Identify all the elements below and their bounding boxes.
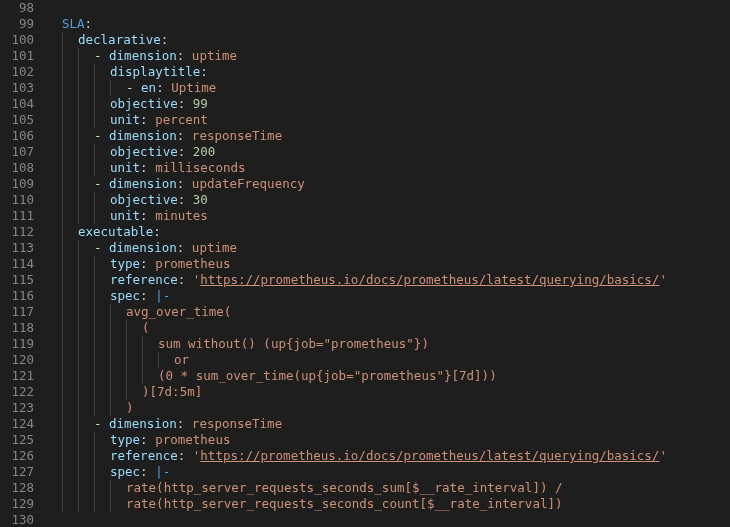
line-number: 112 (0, 224, 34, 240)
code-line[interactable]: avg_over_time( (46, 304, 730, 320)
code-token: dimension (109, 176, 177, 192)
line-number: 105 (0, 112, 34, 128)
code-line[interactable]: declarative: (46, 32, 730, 48)
code-line[interactable]: unit: percent (46, 112, 730, 128)
line-number: 103 (0, 80, 34, 96)
code-line[interactable]: rate(http_server_requests_seconds_sum[$_… (46, 480, 730, 496)
code-token: : (177, 128, 192, 144)
code-line[interactable]: reference: 'https://prometheus.io/docs/p… (46, 272, 730, 288)
code-token: prometheus (155, 432, 230, 448)
code-token: declarative (78, 32, 161, 48)
code-token: : (177, 48, 192, 64)
code-line[interactable]: - dimension: responseTime (46, 128, 730, 144)
code-token: ' (659, 272, 667, 288)
code-line[interactable]: type: prometheus (46, 256, 730, 272)
code-token: : (140, 112, 155, 128)
code-area[interactable]: SLA: declarative: - dimension: uptime di… (42, 0, 730, 527)
code-token: : (178, 96, 193, 112)
line-number: 110 (0, 192, 34, 208)
code-token: : (140, 160, 155, 176)
line-number: 111 (0, 208, 34, 224)
code-line[interactable]: objective: 200 (46, 144, 730, 160)
code-token: : (161, 32, 169, 48)
code-token: objective (110, 192, 178, 208)
line-number: 120 (0, 352, 34, 368)
code-line[interactable]: - dimension: updateFrequency (46, 176, 730, 192)
code-line[interactable]: executable: (46, 224, 730, 240)
code-token: (0 * sum_over_time(up{job="prometheus"}[… (158, 368, 497, 384)
code-line[interactable]: (0 * sum_over_time(up{job="prometheus"}[… (46, 368, 730, 384)
code-line[interactable]: objective: 30 (46, 192, 730, 208)
code-token: - (94, 240, 109, 256)
line-number: 121 (0, 368, 34, 384)
code-line[interactable]: or (46, 352, 730, 368)
code-token: 99 (193, 96, 208, 112)
line-number: 128 (0, 480, 34, 496)
code-token: 30 (193, 192, 208, 208)
code-editor[interactable]: 9899100101102103104105106107108109110111… (0, 0, 730, 527)
code-token: rate(http_server_requests_seconds_sum[$_… (126, 480, 563, 496)
line-number: 122 (0, 384, 34, 400)
code-token: - (94, 128, 109, 144)
code-line[interactable]: sum without() (up{job="prometheus"}) (46, 336, 730, 352)
code-line[interactable]: unit: milliseconds (46, 160, 730, 176)
line-number: 101 (0, 48, 34, 64)
code-token: milliseconds (155, 160, 245, 176)
code-line[interactable]: reference: 'https://prometheus.io/docs/p… (46, 448, 730, 464)
code-token: - (94, 176, 109, 192)
code-line[interactable]: )[7d:5m] (46, 384, 730, 400)
code-line[interactable]: displaytitle: (46, 64, 730, 80)
line-number: 116 (0, 288, 34, 304)
line-number: 118 (0, 320, 34, 336)
code-line[interactable] (46, 0, 730, 16)
code-token: : (178, 448, 193, 464)
code-line[interactable]: SLA: (46, 16, 730, 32)
code-token: : (140, 208, 155, 224)
code-token: : (178, 144, 193, 160)
line-number-gutter: 9899100101102103104105106107108109110111… (0, 0, 42, 527)
code-line[interactable]: - dimension: responseTime (46, 416, 730, 432)
code-token: avg_over_time( (126, 304, 231, 320)
code-line[interactable]: - dimension: uptime (46, 240, 730, 256)
code-token: - (94, 416, 109, 432)
code-token: - (126, 80, 141, 96)
code-token: SLA (62, 16, 85, 32)
code-line[interactable]: - en: Uptime (46, 80, 730, 96)
code-token: type (110, 432, 140, 448)
code-token: : (140, 288, 155, 304)
code-token: updateFrequency (192, 176, 305, 192)
line-number: 99 (0, 16, 34, 32)
code-token: unit (110, 112, 140, 128)
line-number: 102 (0, 64, 34, 80)
code-token: rate(http_server_requests_seconds_count[… (126, 496, 563, 512)
code-line[interactable]: unit: minutes (46, 208, 730, 224)
code-line[interactable]: rate(http_server_requests_seconds_count[… (46, 496, 730, 512)
code-token: dimension (109, 240, 177, 256)
code-token: or (174, 352, 189, 368)
code-token: |- (155, 288, 170, 304)
code-token: reference (110, 272, 178, 288)
line-number: 129 (0, 496, 34, 512)
line-number: 117 (0, 304, 34, 320)
code-line[interactable]: spec: |- (46, 288, 730, 304)
line-number: 100 (0, 32, 34, 48)
code-token: : (178, 192, 193, 208)
line-number: 126 (0, 448, 34, 464)
code-line[interactable]: spec: |- (46, 464, 730, 480)
code-line[interactable]: type: prometheus (46, 432, 730, 448)
code-line[interactable] (46, 512, 730, 527)
code-token: : (85, 16, 93, 32)
code-line[interactable]: objective: 99 (46, 96, 730, 112)
code-line[interactable]: ) (46, 400, 730, 416)
line-number: 119 (0, 336, 34, 352)
code-token: : (156, 80, 171, 96)
code-token: spec (110, 464, 140, 480)
line-number: 127 (0, 464, 34, 480)
code-token: : (140, 464, 155, 480)
code-line[interactable]: ( (46, 320, 730, 336)
line-number: 109 (0, 176, 34, 192)
code-token: ' (659, 448, 667, 464)
code-token: : (177, 176, 192, 192)
code-line[interactable]: - dimension: uptime (46, 48, 730, 64)
code-token: percent (155, 112, 208, 128)
